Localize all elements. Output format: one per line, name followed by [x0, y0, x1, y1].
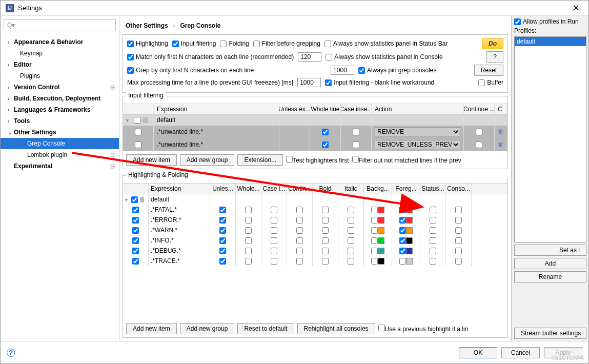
- filter-row[interactable]: .*unwanted line.* REMOVE 🗑: [123, 126, 507, 138]
- use-prev-highlight[interactable]: Use a previous highlight if a lin: [378, 325, 469, 333]
- sidebar-item-editor[interactable]: ›Editor: [1, 59, 119, 70]
- help-button[interactable]: ?: [486, 51, 503, 63]
- hl-reset-default[interactable]: Reset to default: [237, 323, 294, 334]
- action-select[interactable]: REMOVE: [375, 127, 460, 136]
- grep-first-n-value[interactable]: [331, 66, 354, 75]
- sidebar-item-keymap[interactable]: Keymap: [1, 48, 119, 59]
- opt-stats-statusbar[interactable]: Always show statistics panel in Status B…: [324, 40, 448, 47]
- ok-button[interactable]: OK: [459, 347, 497, 358]
- opt-filter-before[interactable]: Filter before grepping: [253, 40, 320, 47]
- input-filtering-legend: Input filtering: [126, 92, 166, 99]
- filter-out-unmatched[interactable]: Filter out not matched lines if the prev: [352, 156, 461, 164]
- filter-grid-header: Expression Unless ex... Whole line Case …: [123, 104, 507, 115]
- profiles-list[interactable]: default: [514, 36, 586, 242]
- highlighting-panel: Highlighting & Folding Expression Unles.…: [123, 175, 508, 338]
- filter-add-item[interactable]: Add new item: [126, 154, 177, 166]
- opt-stats-console[interactable]: Always show statistics panel in Console: [326, 53, 442, 60]
- hl-rehighlight[interactable]: Rehighlight all consoles: [297, 323, 375, 334]
- breadcrumb-child: Grep Console: [180, 22, 220, 29]
- project-badge-icon: ⊟: [110, 84, 115, 91]
- rename-profile-button[interactable]: Rename: [514, 271, 586, 282]
- filter-extension[interactable]: Extension...: [237, 154, 283, 166]
- match-first-n-value[interactable]: [298, 52, 321, 62]
- hl-row[interactable]: .*TRACE.*: [123, 256, 507, 266]
- hl-add-item[interactable]: Add new item: [126, 323, 177, 334]
- opt-buffer[interactable]: Buffer: [478, 79, 503, 86]
- hl-row[interactable]: .*WARN.*: [123, 225, 507, 235]
- trash-icon[interactable]: 🗑: [498, 141, 504, 148]
- sidebar-item-other-settings[interactable]: ⌄Other Settings: [1, 127, 119, 138]
- hl-group-row[interactable]: ▾ default: [123, 194, 507, 205]
- opt-grep-first-n[interactable]: Grep by only first N characters on each …: [127, 67, 254, 74]
- sidebar-item-appearance-behavior[interactable]: ›Appearance & Behavior: [1, 36, 119, 48]
- test-highlighters-first[interactable]: Test highlighters first: [286, 156, 349, 164]
- sidebar-item-version-control[interactable]: ›Version Control⊟: [1, 82, 119, 93]
- sidebar-item-experimental[interactable]: Experimental⊟: [1, 160, 119, 172]
- folder-icon: [140, 197, 144, 203]
- profiles-label: Profiles:: [514, 27, 586, 34]
- trash-icon[interactable]: 🗑: [498, 128, 504, 135]
- sidebar-item-build-execution-deployment[interactable]: ›Build, Execution, Deployment: [1, 93, 119, 104]
- sidebar-item-grep-console[interactable]: Grep Console: [1, 138, 119, 149]
- titlebar: IJ Settings ✕: [1, 1, 588, 16]
- app-icon: IJ: [6, 4, 14, 12]
- search-input[interactable]: [17, 22, 112, 29]
- hl-row[interactable]: .*DEBUG.*: [123, 246, 507, 256]
- watermark: ©51CTO博客: [552, 354, 585, 362]
- opt-folding[interactable]: Folding: [220, 40, 249, 47]
- project-badge-icon: ⊟: [110, 163, 115, 170]
- sidebar: Q▾ ›Appearance & BehaviorKeymap›EditorPl…: [1, 16, 119, 341]
- opt-input-filtering[interactable]: Input filtering: [172, 40, 216, 47]
- input-filtering-panel: Input filtering Expression Unless ex... …: [123, 96, 508, 169]
- folder-icon: [143, 117, 148, 123]
- breadcrumb-parent: Other Settings: [126, 22, 168, 29]
- dialog-footer: ? OK Cancel Apply: [1, 341, 588, 363]
- filter-row[interactable]: .*unwanted line.* REMOVE_UNLESS_PREVIO..…: [123, 138, 507, 151]
- action-select[interactable]: REMOVE_UNLESS_PREVIO...: [375, 140, 460, 149]
- add-profile-button[interactable]: Add: [514, 258, 586, 269]
- hl-row[interactable]: .*INFO.*: [123, 235, 507, 246]
- profile-item-default[interactable]: default: [515, 37, 586, 46]
- search-icon: Q▾: [7, 22, 15, 29]
- close-icon[interactable]: ✕: [568, 4, 583, 12]
- stream-buffer-button[interactable]: Stream buffer settings: [514, 328, 586, 339]
- help-icon[interactable]: ?: [7, 349, 15, 357]
- opt-blank-line[interactable]: Input filtering - blank line workaround: [325, 79, 434, 86]
- opt-highlighting[interactable]: Highlighting: [127, 40, 168, 47]
- opt-always-pin[interactable]: Always pin grep consoles: [358, 67, 436, 74]
- highlighting-legend: Highlighting & Folding: [126, 171, 511, 178]
- settings-tree: ›Appearance & BehaviorKeymap›EditorPlugi…: [1, 34, 119, 341]
- breadcrumb: Other Settings › Grep Console: [119, 16, 511, 34]
- allow-profiles[interactable]: Allow profiles in Run: [514, 18, 586, 25]
- cancel-button[interactable]: Cancel: [501, 347, 540, 358]
- reset-button[interactable]: Reset: [474, 65, 503, 76]
- donate-button[interactable]: Do: [482, 38, 503, 49]
- hl-add-group[interactable]: Add new group: [180, 323, 235, 334]
- sidebar-item-plugins[interactable]: Plugins: [1, 70, 119, 82]
- hl-row[interactable]: .*ERROR.*: [123, 215, 507, 225]
- profiles-pane: Allow profiles in Run Profiles: default …: [512, 16, 588, 341]
- project-badge-icon: ⊟: [110, 152, 115, 158]
- opt-match-first-n[interactable]: Match only first N characters on each li…: [127, 53, 294, 60]
- opt-max-time-label: Max processing time for a line (to preve…: [127, 79, 293, 86]
- sidebar-item-lombok-plugin[interactable]: Lombok plugin⊟: [1, 149, 119, 160]
- sidebar-item-tools[interactable]: ›Tools: [1, 115, 119, 127]
- search-box[interactable]: Q▾: [4, 19, 116, 31]
- filter-add-group[interactable]: Add new group: [180, 154, 235, 166]
- hl-grid-header: Expression Unles... Whole... Case i... C…: [123, 183, 507, 194]
- set-as-button[interactable]: Set as l: [514, 245, 586, 256]
- filter-group-row[interactable]: ▾ default: [123, 115, 507, 126]
- breadcrumb-separator: ›: [173, 22, 175, 29]
- options-panel: Highlighting Input filtering Folding Fil…: [123, 34, 508, 93]
- max-time-value[interactable]: [297, 78, 321, 87]
- window-title: Settings: [18, 4, 568, 12]
- hl-row[interactable]: .*FATAL.*: [123, 205, 507, 215]
- sidebar-item-languages-frameworks[interactable]: ›Languages & Frameworks: [1, 104, 119, 115]
